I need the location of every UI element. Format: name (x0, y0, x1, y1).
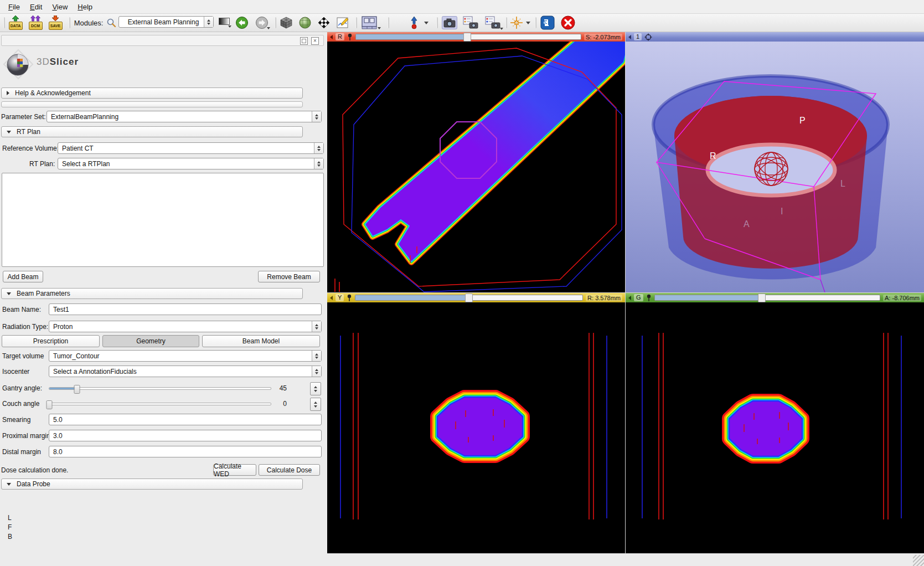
mouse-mode-fiducial-button[interactable] (409, 15, 420, 30)
capture-screenshot-button[interactable] (441, 15, 458, 30)
couch-angle-slider[interactable] (49, 403, 271, 405)
smearing-field[interactable]: 5.0 (49, 414, 322, 425)
window-resize-grip[interactable] (913, 555, 924, 566)
reference-volume-combobox[interactable]: Patient CT (58, 142, 324, 154)
red-slice-slider[interactable] (355, 34, 581, 40)
collapse-view-icon[interactable] (628, 35, 631, 39)
dicom-button[interactable]: DCM (27, 15, 44, 30)
collapse-view-icon[interactable] (628, 296, 631, 300)
distal-margin-field[interactable]: 8.0 (49, 446, 322, 457)
toolbar-grip[interactable] (3, 17, 5, 28)
distal-margin-value: 8.0 (49, 448, 63, 456)
target-volume-combobox[interactable]: Tumor_Contour (49, 350, 322, 362)
close-panel-icon[interactable]: × (311, 37, 319, 45)
radiation-type-combobox[interactable]: Proton (49, 321, 322, 332)
yellow-slice-slider[interactable] (355, 295, 583, 301)
red-view-content[interactable] (327, 42, 625, 292)
module-history-button[interactable] (217, 15, 231, 30)
module-selector-combobox[interactable]: External Beam Planning (118, 16, 214, 28)
collapse-view-icon[interactable] (330, 296, 333, 300)
yellow-view-content[interactable] (327, 302, 625, 553)
crosshair-dropdown[interactable] (524, 15, 533, 30)
module-forward-button[interactable] (254, 15, 270, 30)
transforms-module-button[interactable] (316, 15, 332, 30)
collapsed-strip[interactable] (1, 101, 303, 107)
data-probe-section-title: Data Probe (17, 480, 50, 488)
module-selector-value: External Beam Planning (119, 18, 204, 26)
beam-name-field[interactable]: Test1 (49, 303, 322, 315)
green-view-menu-button[interactable]: G (634, 294, 643, 301)
annotations-module-button[interactable] (335, 15, 350, 30)
reference-volume-value: Patient CT (58, 145, 314, 152)
toolbar-grip[interactable] (275, 17, 276, 28)
yellow-slider-handle[interactable] (465, 294, 473, 302)
menu-file[interactable]: File (3, 1, 25, 13)
undock-panel-icon[interactable] (300, 37, 308, 45)
load-data-button[interactable]: DATA (7, 15, 24, 30)
toolbar-grip[interactable] (505, 17, 507, 28)
parameter-set-label: Parameter Set: (1, 113, 46, 121)
toolbar-grip[interactable] (388, 17, 389, 28)
green-slider-handle[interactable] (758, 294, 766, 302)
isocenter-combobox[interactable]: Select a AnnotationFiducials (49, 366, 322, 377)
gantry-slider-handle[interactable] (74, 385, 80, 394)
toolbar-grip[interactable] (69, 17, 70, 28)
red-view-menu-button[interactable]: R (335, 33, 344, 40)
center-view-icon[interactable] (644, 33, 652, 41)
pin-icon[interactable] (347, 33, 353, 40)
remove-beam-button[interactable]: Remove Beam (258, 271, 320, 282)
mouse-mode-dropdown[interactable] (422, 15, 431, 30)
yellow-view-menu-button[interactable]: Y (335, 294, 344, 301)
red-slider-handle[interactable] (463, 33, 471, 42)
toolbar-grip[interactable] (436, 17, 438, 28)
tab-prescription[interactable]: Prescription (2, 335, 100, 347)
modules-label: Modules: (73, 15, 104, 30)
menu-bar: File Edit View Help (0, 0, 924, 14)
save-button[interactable]: SAVE (47, 15, 64, 30)
proximal-margin-field[interactable]: 3.0 (49, 430, 322, 441)
gantry-angle-slider[interactable] (49, 387, 271, 390)
module-back-button[interactable] (235, 15, 249, 30)
menu-view[interactable]: View (47, 1, 73, 13)
module-panel: × 3DSlicer Help & Acknowledgement Parame… (0, 32, 327, 566)
add-beam-button[interactable]: Add Beam (3, 271, 43, 282)
module-selector-spin (204, 17, 213, 27)
tab-beam-model[interactable]: Beam Model (202, 335, 320, 347)
calculate-dose-button[interactable]: Calculate Dose (259, 464, 320, 476)
couch-angle-spinbox[interactable] (310, 398, 321, 411)
scene-restore-button[interactable] (483, 15, 503, 30)
module-search-icon[interactable] (105, 15, 117, 30)
toolbar-grip[interactable] (535, 17, 536, 28)
collapse-view-icon[interactable] (330, 35, 333, 39)
scene-snapshot-button[interactable] (461, 15, 480, 30)
camera-icon (442, 16, 457, 29)
models-module-button[interactable] (297, 15, 313, 30)
help-section-header[interactable]: Help & Acknowledgement (1, 88, 303, 99)
gantry-angle-spinbox[interactable] (310, 382, 321, 395)
layout-selector-button[interactable] (360, 15, 380, 30)
green-view-content[interactable] (626, 302, 924, 553)
calculate-wed-button[interactable]: Calculate WED (213, 464, 256, 476)
couch-slider-handle[interactable] (47, 400, 53, 409)
green-slice-slider[interactable] (654, 295, 880, 301)
red-view-header: R S: -2.073mm (327, 32, 625, 42)
threed-view-content[interactable]: P R A I L (626, 42, 924, 292)
toolbar-grip[interactable] (355, 17, 357, 28)
beam-list[interactable] (2, 173, 324, 267)
error-log-button[interactable] (560, 15, 576, 30)
rt-plan-combobox[interactable]: Select a RTPlan (58, 158, 324, 169)
volume-module-button[interactable] (278, 15, 294, 30)
beam-parameters-section-header[interactable]: Beam Parameters (1, 288, 303, 299)
extensions-manager-button[interactable] (539, 15, 556, 30)
tab-geometry[interactable]: Geometry (102, 335, 199, 347)
pin-icon[interactable] (646, 294, 652, 301)
data-probe-section-header[interactable]: Data Probe (1, 478, 303, 490)
back-arrow-icon (235, 16, 249, 29)
crosshair-button[interactable] (509, 15, 524, 30)
threed-view-menu-button[interactable]: 1 (634, 33, 642, 40)
pin-icon[interactable] (347, 294, 352, 301)
rt-plan-section-header[interactable]: RT Plan (1, 126, 303, 137)
parameter-set-combobox[interactable]: ExternalBeamPlanning (47, 111, 322, 122)
menu-edit[interactable]: Edit (25, 1, 47, 13)
menu-help[interactable]: Help (73, 1, 97, 13)
